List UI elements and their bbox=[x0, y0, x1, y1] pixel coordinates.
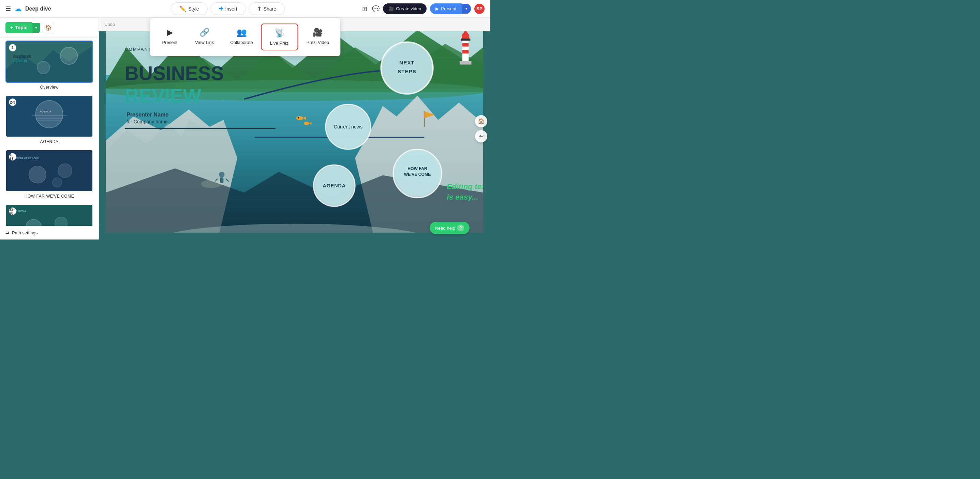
svg-point-47 bbox=[201, 180, 222, 188]
share-option-live-prezi[interactable]: 📡 Live Prezi bbox=[261, 24, 298, 51]
path-settings-icon: ⇄ bbox=[5, 230, 9, 235]
svg-text:REVIEW: REVIEW bbox=[13, 59, 27, 63]
top-bar-left: ☰ ☁ Deep dive bbox=[0, 5, 99, 13]
svg-rect-38 bbox=[462, 43, 469, 46]
share-option-prezi-video[interactable]: 🎥 Prezi Video bbox=[298, 24, 337, 51]
slide-label-howfar: HOW FAR WE'VE COME bbox=[5, 194, 93, 198]
slide-item-howfar[interactable]: 4-11 HOW FAR WE'VE COME HOW FAR WE'VE CO… bbox=[0, 147, 99, 201]
svg-point-3 bbox=[37, 61, 50, 74]
svg-point-15 bbox=[58, 163, 72, 178]
slide-label-overview: Overview bbox=[5, 85, 93, 90]
svg-text:for Company name: for Company name bbox=[127, 119, 168, 124]
create-video-button[interactable]: 🎥 Create video bbox=[383, 3, 426, 14]
nav-home-button[interactable]: 🏠 bbox=[475, 115, 487, 127]
live-prezi-icon: 📡 bbox=[275, 28, 285, 38]
nav-back-button[interactable]: ↩ bbox=[475, 130, 487, 143]
top-bar-center: ✏️ Style ✚ Insert ⬆ Share bbox=[99, 2, 357, 15]
svg-rect-11 bbox=[38, 120, 61, 121]
insert-icon: ✚ bbox=[219, 5, 223, 12]
svg-text:BUSINESS: BUSINESS bbox=[13, 55, 31, 59]
share-option-present[interactable]: ▶ Present bbox=[153, 24, 187, 51]
sidebar: + Topic ▾ 🏠 1 BUSINESS REVIEW bbox=[0, 18, 99, 240]
slide-item-agenda[interactable]: 2-3 AGENDA AGENDA bbox=[0, 92, 99, 147]
svg-rect-10 bbox=[35, 118, 63, 119]
svg-text:AGENDA: AGENDA bbox=[323, 183, 346, 189]
topic-dropdown-arrow[interactable]: ▾ bbox=[32, 23, 40, 33]
share-option-view-link[interactable]: 🔗 View Link bbox=[187, 24, 222, 51]
nav-home-icon: 🏠 bbox=[478, 118, 485, 124]
slide-badge-23: 2-3 bbox=[9, 98, 16, 106]
path-settings-label: Path settings bbox=[12, 230, 38, 235]
topic-label: Topic bbox=[15, 25, 27, 30]
svg-text:REVIEW: REVIEW bbox=[125, 85, 202, 106]
home-button[interactable]: 🏠 bbox=[43, 22, 54, 33]
comment-icon[interactable]: 💬 bbox=[372, 5, 380, 13]
nav-back-icon: ↩ bbox=[479, 133, 484, 140]
style-label: Style bbox=[188, 6, 199, 11]
help-icon: ? bbox=[457, 225, 464, 231]
top-bar-icons: ⊞ 💬 bbox=[362, 5, 380, 13]
hamburger-icon[interactable]: ☰ bbox=[5, 5, 11, 13]
svg-text:AGENDA: AGENDA bbox=[40, 110, 51, 113]
present-dropdown-arrow[interactable]: ▾ bbox=[462, 4, 471, 14]
svg-rect-40 bbox=[460, 61, 472, 64]
slide-thumb-wrap-overview: 1 BUSINESS REVIEW bbox=[5, 41, 93, 83]
style-tab[interactable]: ✏️ Style bbox=[171, 2, 207, 15]
svg-rect-37 bbox=[461, 38, 470, 41]
slide-badge-newgoals: 12-20 bbox=[9, 208, 16, 215]
collaborate-icon: 👥 bbox=[237, 28, 247, 37]
top-bar: ☰ ☁ Deep dive ✏️ Style ✚ Insert ⬆ Share … bbox=[0, 0, 490, 18]
svg-point-7 bbox=[35, 100, 63, 128]
sidebar-top-actions: + Topic ▾ 🏠 bbox=[0, 18, 99, 38]
svg-point-16 bbox=[52, 178, 62, 187]
svg-point-50 bbox=[298, 117, 299, 119]
svg-text:STEPS: STEPS bbox=[398, 68, 416, 74]
need-help-button[interactable]: Need help ? bbox=[430, 222, 469, 234]
right-nav: 🏠 ↩ bbox=[472, 113, 490, 145]
slide-thumb-overview: 1 BUSINESS REVIEW bbox=[6, 41, 92, 82]
slide-thumb-wrap-howfar: 4-11 HOW FAR WE'VE COME bbox=[5, 149, 93, 192]
share-dropdown: ▶ Present 🔗 View Link 👥 Collaborate 📡 Li… bbox=[150, 18, 340, 56]
svg-rect-12 bbox=[6, 150, 92, 191]
slide-thumb-agenda: 2-3 AGENDA bbox=[6, 96, 92, 136]
svg-text:Editing text: Editing text bbox=[447, 182, 483, 191]
need-help-label: Need help bbox=[435, 225, 455, 231]
share-label: Share bbox=[264, 6, 276, 11]
create-video-label: Create video bbox=[396, 6, 421, 11]
plus-icon: + bbox=[10, 25, 13, 30]
app-title: Deep dive bbox=[25, 6, 51, 12]
topic-main-button[interactable]: + Topic bbox=[5, 22, 32, 33]
table-icon[interactable]: ⊞ bbox=[362, 5, 367, 13]
present-main-button[interactable]: ▶ Present bbox=[430, 3, 462, 14]
share-tab[interactable]: ⬆ Share bbox=[248, 2, 285, 15]
svg-point-2 bbox=[60, 47, 78, 64]
svg-text:Presenter Name: Presenter Name bbox=[127, 111, 169, 117]
prezi-video-icon: 🎥 bbox=[313, 28, 323, 37]
topic-button-group: + Topic ▾ bbox=[5, 22, 40, 33]
slide-item-overview[interactable]: 1 BUSINESS REVIEW Overview bbox=[0, 38, 99, 92]
style-icon: ✏️ bbox=[179, 5, 186, 12]
live-prezi-label: Live Prezi bbox=[270, 41, 290, 46]
svg-point-14 bbox=[29, 166, 46, 183]
insert-tab[interactable]: ✚ Insert bbox=[210, 2, 246, 15]
insert-label: Insert bbox=[225, 6, 237, 11]
svg-text:NEXT: NEXT bbox=[399, 60, 415, 65]
svg-text:BUSINESS: BUSINESS bbox=[125, 63, 224, 84]
svg-rect-39 bbox=[462, 50, 469, 54]
svg-text:HOW FAR: HOW FAR bbox=[407, 166, 427, 171]
path-settings-button[interactable]: ⇄ Path settings bbox=[5, 230, 38, 235]
svg-point-51 bbox=[304, 122, 309, 125]
undo-label: Undo bbox=[104, 22, 115, 27]
play-icon: ▶ bbox=[436, 6, 439, 11]
view-link-label: View Link bbox=[195, 40, 214, 45]
collaborate-label: Collaborate bbox=[230, 40, 253, 45]
present-dropdown-label: Present bbox=[162, 40, 177, 45]
sidebar-bottom: ⇄ Path settings bbox=[0, 226, 99, 240]
share-icon: ⬆ bbox=[257, 5, 261, 12]
svg-text:Current news: Current news bbox=[334, 124, 363, 130]
top-bar-right: ⊞ 💬 🎥 Create video ▶ Present ▾ SP bbox=[357, 3, 490, 14]
user-avatar[interactable]: SP bbox=[474, 4, 485, 14]
svg-rect-9 bbox=[32, 116, 67, 116]
share-option-collaborate[interactable]: 👥 Collaborate bbox=[222, 24, 261, 51]
cloud-icon: ☁ bbox=[14, 5, 22, 13]
